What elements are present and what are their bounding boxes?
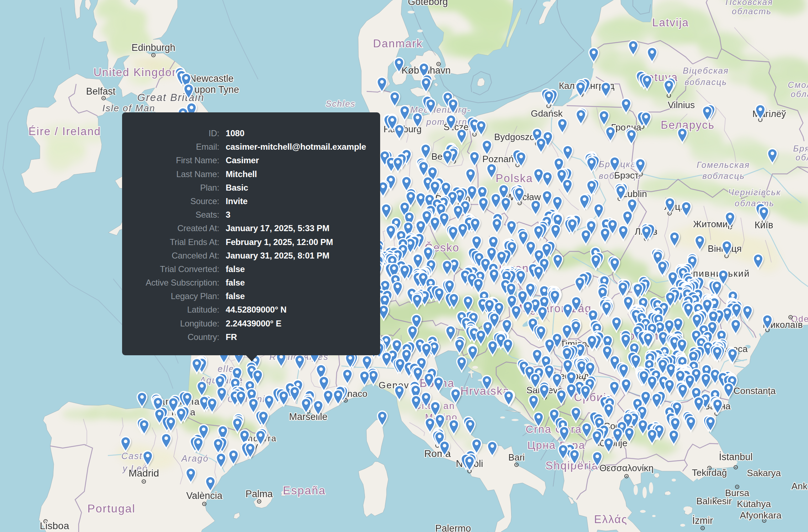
- svg-text:Смоле: Смоле: [788, 80, 808, 90]
- svg-text:Псковская: Псковская: [725, 0, 773, 7]
- svg-text:Palermo: Palermo: [435, 523, 471, 532]
- svg-text:Aragó: Aragó: [181, 453, 209, 463]
- svg-text:İzmir: İzmir: [692, 515, 713, 526]
- svg-text:обл: обл: [796, 153, 808, 162]
- svg-text:an: an: [444, 400, 455, 411]
- svg-text:Danmark: Danmark: [373, 37, 423, 50]
- svg-text:Sakarya: Sakarya: [747, 468, 781, 478]
- svg-text:Marseille: Marseille: [289, 411, 327, 422]
- svg-text:Брэст: Брэст: [614, 170, 639, 181]
- svg-text:Schles: Schles: [326, 99, 356, 108]
- svg-text:вобласць: вобласць: [684, 77, 727, 87]
- svg-text:область: область: [735, 198, 775, 208]
- svg-text:Belfast: Belfast: [86, 86, 116, 97]
- svg-text:Latvija: Latvija: [652, 16, 689, 29]
- svg-text:Ελλάς: Ελλάς: [594, 513, 628, 526]
- svg-text:Lisboa: Lisboa: [40, 520, 69, 531]
- svg-text:Newcastle: Newcastle: [189, 73, 234, 84]
- svg-text:Црна Гора: Црна Гора: [528, 439, 586, 451]
- svg-text:область: область: [732, 6, 772, 16]
- svg-text:Polska: Polska: [495, 172, 533, 185]
- svg-text:Gdańsk: Gdańsk: [531, 108, 563, 119]
- svg-text:Kütahya: Kütahya: [737, 499, 771, 509]
- svg-text:Éire / Ireland: Éire / Ireland: [28, 125, 101, 138]
- svg-text:İstanbul: İstanbul: [719, 451, 753, 462]
- svg-text:València: València: [186, 490, 223, 501]
- svg-text:Palma: Palma: [246, 489, 273, 499]
- svg-text:Göteborg: Göteborg: [408, 0, 448, 7]
- svg-text:Edinburgh: Edinburgh: [131, 42, 175, 53]
- svg-text:Віцебская: Віцебская: [683, 66, 729, 75]
- svg-text:Бря: Бря: [793, 144, 808, 153]
- svg-text:Isle of Man: Isle of Man: [102, 103, 155, 113]
- svg-text:Balıkesir: Balıkesir: [696, 496, 732, 506]
- svg-text:Гомельская: Гомельская: [697, 160, 750, 170]
- svg-text:Constanța: Constanța: [734, 385, 776, 396]
- svg-text:Portugal: Portugal: [87, 502, 135, 515]
- svg-text:Ank: Ank: [792, 481, 808, 491]
- svg-text:upon Tyne: upon Tyne: [194, 84, 239, 95]
- svg-text:Madrid: Madrid: [128, 468, 159, 479]
- svg-text:Vilnius: Vilnius: [668, 100, 695, 110]
- svg-text:Θεσσαλονίκη: Θεσσαλονίκη: [599, 463, 654, 473]
- svg-text:Afyonkara: Afyonkara: [740, 510, 782, 521]
- svg-text:Чернігівськ: Чернігівськ: [728, 187, 781, 197]
- svg-text:Bari: Bari: [508, 452, 525, 463]
- svg-text:вобласць: вобласць: [702, 171, 745, 181]
- svg-text:обла: обла: [791, 89, 808, 99]
- svg-text:España: España: [283, 484, 326, 497]
- svg-text:Tekirdağ: Tekirdağ: [692, 467, 727, 478]
- svg-text:United Kingdom: United Kingdom: [94, 66, 182, 79]
